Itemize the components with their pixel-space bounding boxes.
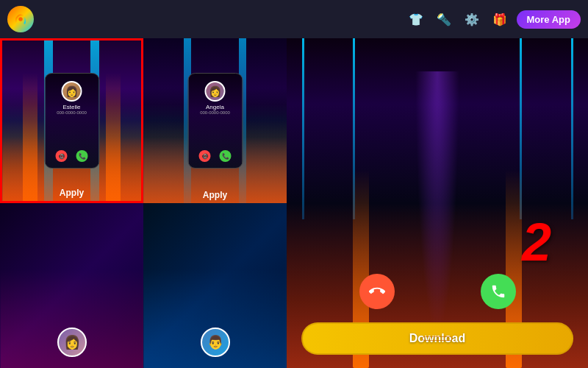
right-accept-button[interactable] [481,274,516,309]
right-decline-button[interactable] [359,274,395,309]
theme-thumb-1[interactable]: 👩 [0,203,143,368]
shirt-icon[interactable]: 👕 [405,8,427,30]
flashlight-icon[interactable]: 🔦 [433,8,455,30]
caller-name-2: Angela [206,104,224,110]
call-buttons-1: 📵 📞 [56,150,88,162]
phone-mockup-1: 👩 Estelle 000-0000-0000 📵 📞 [44,73,99,169]
top-bar: 👕 🔦 ⚙️ 🎁 More App [0,0,588,38]
step-number-badge: 2 [522,212,551,272]
download-outline-box [422,336,453,341]
avatar-thumb-1: 👩 [57,328,87,357]
caller-name-1: Estelle [62,104,80,110]
theme-card-2[interactable]: 👩 Angela 000-0000-0000 📵 📞 Apply [143,38,287,203]
call-buttons-2: 📵 📞 [199,150,232,162]
apply-label-1[interactable]: Apply [2,188,141,198]
app-logo[interactable] [7,6,34,32]
cyan-line-4 [571,38,573,219]
accept-btn-1[interactable]: 📞 [76,150,88,162]
right-panel: 2 Download [287,38,588,368]
caller-number-2: 000-0000-0000 [200,110,230,115]
cyan-line-1 [302,38,304,219]
apply-label-2[interactable]: Apply [143,190,287,200]
right-road-visual [287,38,588,368]
theme-card-1[interactable]: 👩 Estelle 000-0000-0000 📵 📞 Apply [0,38,143,203]
gift-icon[interactable]: 🎁 [489,8,511,30]
toolbar-icons: 👕 🔦 ⚙️ 🎁 More App [405,8,581,30]
main-content: 👩 Estelle 000-0000-0000 📵 📞 Apply 👩 Ange… [0,38,588,368]
theme-thumb-2[interactable]: 👨 [143,203,287,368]
accept-btn-2[interactable]: 📞 [220,150,232,162]
settings-icon[interactable]: ⚙️ [461,8,483,30]
right-call-controls [287,274,588,309]
caller-number-1: 000-0000-0000 [57,110,87,115]
svg-point-0 [18,17,23,21]
phone-mockup-2: 👩 Angela 000-0000-0000 📵 📞 [187,73,243,169]
avatar-estelle: 👩 [62,81,82,102]
download-button[interactable]: Download [301,322,573,355]
decline-btn-1[interactable]: 📵 [56,150,68,162]
more-app-button[interactable]: More App [517,10,581,29]
left-panel: 👩 Estelle 000-0000-0000 📵 📞 Apply 👩 Ange… [0,38,287,368]
avatar-angela: 👩 [205,81,226,102]
decline-btn-2[interactable]: 📵 [199,150,211,162]
avatar-thumb-2: 👨 [201,328,230,357]
